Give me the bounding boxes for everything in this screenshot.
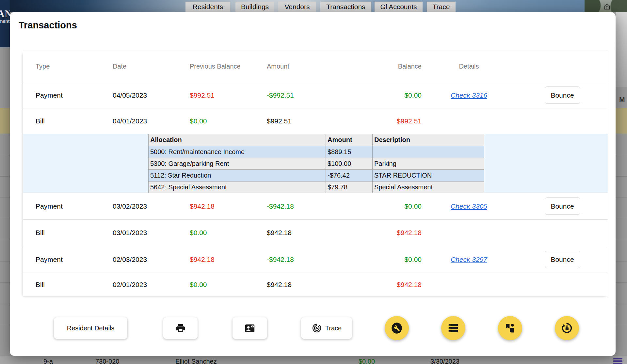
previous-balance-cell: $992.51 bbox=[190, 91, 267, 99]
balance-cell: $0.00 bbox=[362, 91, 422, 99]
bg-name-cell: Elliot Sanchez bbox=[175, 358, 217, 364]
bg-amount-cell: $0.00 bbox=[359, 358, 375, 364]
amount-cell: $100.00 bbox=[326, 158, 373, 169]
type-cell: Payment bbox=[23, 91, 113, 99]
previous-balance-cell: $0.00 bbox=[190, 281, 267, 289]
bounce-button[interactable]: Bounce bbox=[545, 251, 580, 268]
allocation-row: 5300: Garage/parking Rent $100.00 Parkin… bbox=[149, 158, 484, 169]
balance-cell: $992.51 bbox=[362, 117, 422, 125]
maintenance-fab-button[interactable] bbox=[385, 316, 409, 340]
tab-gl-accounts[interactable]: Gl Accounts bbox=[375, 2, 423, 12]
bg-code-cell: 730-020 bbox=[95, 358, 119, 364]
description-cell bbox=[373, 146, 484, 158]
tab-residents[interactable]: Residents bbox=[185, 2, 230, 12]
transaction-row[interactable]: Bill 03/01/2023 $0.00 $942.18 $942.18 bbox=[23, 220, 608, 246]
sync-lock-icon bbox=[560, 322, 573, 335]
date-cell: 04/01/2023 bbox=[113, 117, 190, 125]
allocation-cell: 5300: Garage/parking Rent bbox=[149, 158, 326, 169]
bg-partial-column-header: M bbox=[619, 96, 625, 103]
col-amount: Amount bbox=[267, 63, 362, 70]
type-cell: Payment bbox=[23, 256, 113, 263]
bg-right-edge bbox=[616, 12, 627, 87]
person-flag-icon bbox=[504, 322, 516, 334]
amount-cell: -$942.18 bbox=[267, 202, 362, 210]
logo-text: AN bbox=[0, 8, 10, 20]
type-cell: Bill bbox=[23, 281, 113, 289]
type-cell: Bill bbox=[23, 117, 113, 125]
date-cell: 03/02/2023 bbox=[113, 202, 190, 210]
resident-details-button[interactable]: Resident Details bbox=[54, 317, 127, 339]
check-3297-link[interactable]: Check 3297 bbox=[451, 256, 487, 263]
bounce-button[interactable]: Bounce bbox=[545, 198, 580, 215]
previous-balance-cell: $942.18 bbox=[190, 202, 267, 210]
transaction-row[interactable]: Payment 02/03/2023 $942.18 -$942.18 $0.0… bbox=[23, 246, 608, 273]
col-date: Date bbox=[113, 63, 190, 70]
resident-transfer-fab-button[interactable] bbox=[498, 316, 522, 340]
amount-col-header: Amount bbox=[326, 134, 373, 146]
transaction-row[interactable]: Bill 02/01/2023 $0.00 $942.18 $942.18 bbox=[23, 273, 608, 296]
bg-date-cell: 3/30/2023 bbox=[430, 358, 459, 364]
check-3316-link[interactable]: Check 3316 bbox=[451, 91, 487, 99]
allocation-cell: 5642: Special Assessment bbox=[149, 182, 326, 193]
ledger-fab-button[interactable] bbox=[441, 316, 465, 340]
description-col-header: Description bbox=[373, 134, 484, 146]
amount-cell: -$992.51 bbox=[267, 91, 362, 99]
amount-cell: $942.18 bbox=[267, 281, 362, 289]
bg-table-row: 9-a 730-020 Elliot Sanchez $0.00 3/30/20… bbox=[0, 356, 627, 364]
previous-balance-cell: $942.18 bbox=[190, 256, 267, 263]
wrench-icon bbox=[390, 321, 404, 335]
balance-cell: $0.00 bbox=[362, 202, 422, 210]
allocation-detail-band: Allocation Amount Description 5000: Rent… bbox=[23, 134, 608, 193]
previous-balance-cell: $0.00 bbox=[190, 229, 267, 237]
amount-cell: $79.78 bbox=[326, 182, 373, 193]
allocation-row: 5642: Special Assessment $79.78 Special … bbox=[149, 181, 484, 193]
transaction-row[interactable]: Payment 04/05/2023 $992.51 -$992.51 $0.0… bbox=[23, 82, 608, 108]
date-cell: 02/01/2023 bbox=[113, 281, 190, 289]
trace-icon bbox=[312, 323, 322, 333]
allocation-header-row: Allocation Amount Description bbox=[149, 134, 484, 146]
tab-vendors[interactable]: Vendors bbox=[278, 2, 316, 12]
description-cell: Parking bbox=[373, 158, 484, 169]
allocation-row: 5112: Star Reduction -$76.42 STAR REDUCT… bbox=[149, 169, 484, 181]
balance-cell: $0.00 bbox=[362, 256, 422, 263]
allocation-table: Allocation Amount Description 5000: Rent… bbox=[148, 134, 484, 193]
transactions-table: Type Date Previous Balance Amount Balanc… bbox=[23, 51, 608, 296]
tab-transactions[interactable]: Transactions bbox=[320, 2, 371, 12]
contact-card-button[interactable] bbox=[233, 317, 267, 339]
transactions-dialog: Transactions Type Date Previous Balance … bbox=[10, 12, 616, 356]
printer-icon bbox=[175, 323, 186, 333]
logo-subtext: ment bbox=[0, 19, 9, 24]
restore-lock-fab-button[interactable] bbox=[555, 316, 579, 340]
contact-card-icon bbox=[244, 323, 255, 334]
previous-balance-cell: $0.00 bbox=[190, 117, 267, 125]
date-cell: 02/03/2023 bbox=[113, 256, 190, 263]
amount-cell: -$942.18 bbox=[267, 256, 362, 263]
amount-cell: $992.51 bbox=[267, 117, 362, 125]
logo-strip: AN ment bbox=[0, 0, 10, 47]
amount-cell: -$76.42 bbox=[326, 170, 373, 181]
page-title: Transactions bbox=[19, 20, 77, 31]
date-cell: 04/05/2023 bbox=[113, 91, 190, 99]
trace-button[interactable]: Trace bbox=[301, 317, 352, 339]
tab-trace[interactable]: Trace bbox=[427, 2, 456, 12]
description-cell: Special Assessment bbox=[373, 182, 484, 193]
allocation-col-header: Allocation bbox=[149, 134, 326, 146]
description-cell: STAR REDUCTION bbox=[373, 170, 484, 181]
row-menu-icon[interactable] bbox=[613, 358, 622, 364]
col-details: Details bbox=[422, 63, 516, 70]
resident-details-label: Resident Details bbox=[67, 324, 115, 332]
col-type: Type bbox=[23, 63, 113, 70]
tab-buildings[interactable]: Buildings bbox=[235, 2, 274, 12]
bg-unit-cell: 9-a bbox=[43, 358, 53, 364]
transaction-row[interactable]: Payment 03/02/2023 $942.18 -$942.18 $0.0… bbox=[23, 193, 608, 220]
transaction-row[interactable]: Bill 04/01/2023 $0.00 $992.51 $992.51 bbox=[23, 108, 608, 134]
balance-cell: $942.18 bbox=[362, 281, 422, 289]
trace-label: Trace bbox=[325, 324, 342, 332]
server-list-icon bbox=[447, 322, 459, 334]
allocation-cell: 5112: Star Reduction bbox=[149, 170, 326, 181]
bounce-button[interactable]: Bounce bbox=[545, 87, 580, 104]
print-button[interactable] bbox=[163, 317, 198, 339]
home-emblem-icon bbox=[603, 3, 611, 10]
check-3305-link[interactable]: Check 3305 bbox=[451, 202, 487, 210]
type-cell: Bill bbox=[23, 229, 113, 237]
